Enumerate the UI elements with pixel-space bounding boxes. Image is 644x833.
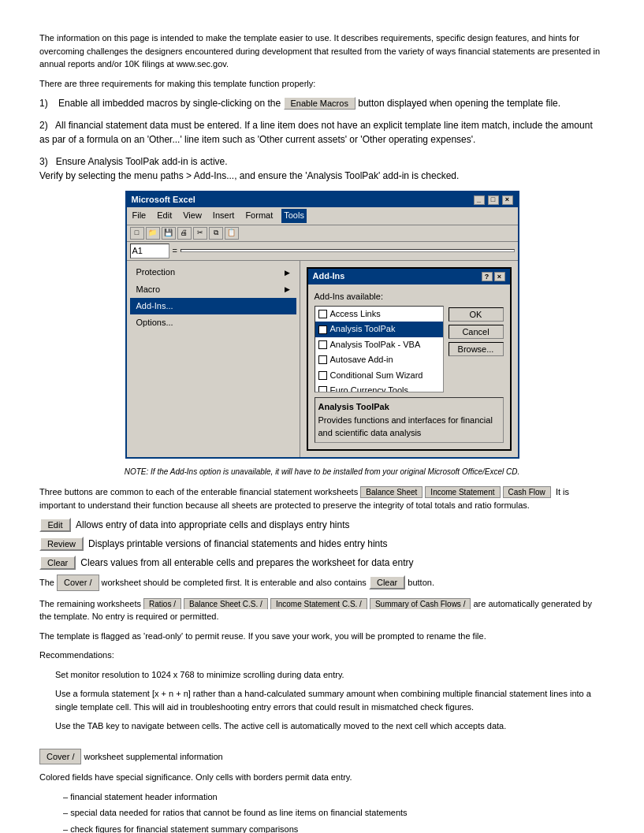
review-button[interactable]: Review — [39, 537, 84, 551]
tab-cash-flow[interactable]: Cash Flow — [503, 486, 551, 498]
toolbar-cut-icon: ✂ — [193, 227, 207, 240]
remaining-before: The remaining worksheets — [39, 599, 141, 608]
bullet-2: – special data needed for ratios that ca… — [63, 806, 605, 820]
addins-info-title: Analysis ToolPak — [318, 401, 500, 413]
addin-access-links-label: Access Links — [330, 308, 381, 320]
addins-close-icon: × — [494, 272, 505, 281]
options-label: Options... — [136, 317, 173, 329]
excel-window-controls: _ □ × — [474, 195, 513, 205]
addins-label: Add-Ins... — [136, 300, 173, 312]
addin-euro-currency[interactable]: Euro Currency Tools — [315, 383, 443, 392]
menu-file[interactable]: File — [130, 209, 149, 222]
addin-euro-checkbox[interactable] — [318, 386, 327, 392]
ws-tab-ratios[interactable]: Ratios / — [143, 598, 181, 609]
cover-tab[interactable]: Cover / — [57, 575, 99, 591]
toolbar-new-icon: □ — [130, 227, 144, 240]
addin-conditional-sum-checkbox[interactable] — [318, 371, 327, 380]
ws-tab-income-statement-cs[interactable]: Income Statement C.S. / — [270, 598, 367, 609]
addin-analysis-toolpak[interactable]: Analysis ToolPak — [315, 322, 443, 337]
addin-conditional-sum-label: Conditional Sum Wizard — [330, 370, 423, 381]
protection-label: Protection — [136, 266, 176, 278]
addins-dialog: Add-Ins ? × Add-Ins available: Access Li… — [307, 267, 512, 451]
readonly-note: The template is flagged as 'read-only' t… — [39, 630, 605, 643]
excel-body: Protection ▶ Macro ▶ Add-Ins... Options.… — [127, 261, 518, 457]
menu-addins[interactable]: Add-Ins... — [130, 298, 296, 314]
tab-income-statement[interactable]: Income Statement — [425, 486, 500, 498]
addin-autosave-checkbox[interactable] — [318, 355, 327, 364]
cover-after: worksheet should be completed first. It … — [102, 578, 367, 587]
cover-end: button. — [408, 578, 434, 587]
addins-ok-button[interactable]: OK — [449, 307, 504, 322]
req1-text-after: button displayed when opening the templa… — [358, 98, 560, 109]
addins-titlebar: Add-Ins ? × — [308, 269, 510, 284]
name-box[interactable]: A1 — [130, 244, 169, 258]
menu-options[interactable]: Options... — [130, 314, 296, 331]
menu-view[interactable]: View — [181, 209, 204, 222]
colored-fields-text: Colored fields have special significance… — [39, 771, 605, 784]
recommendation-3: Use the TAB key to navigate between cell… — [55, 720, 605, 733]
cover-clear-button[interactable]: Clear — [369, 575, 405, 589]
req3-text-after: Verify by selecting the menu paths > Add… — [39, 170, 459, 181]
clear-description: Clears values from all enterable cells a… — [80, 556, 413, 570]
addins-help-icon: ? — [482, 272, 493, 281]
addin-analysis-toolpak-vba-checkbox[interactable] — [318, 340, 327, 349]
clear-button[interactable]: Clear — [39, 556, 76, 570]
req1-text-before: Enable all imbedded macros by single-cli… — [58, 98, 281, 109]
cover-supplement-heading: worksheet supplemental information — [84, 752, 223, 761]
requirement-1: 1) Enable all imbedded macros by single-… — [39, 96, 605, 110]
requirement-3: 3) Ensure Analysis ToolPak add-in is act… — [39, 154, 605, 183]
recommendation-1: Set monitor resolution to 1024 x 768 to … — [55, 668, 605, 682]
requirement-2: 2) All financial statement data must be … — [39, 118, 605, 147]
excel-screenshot: Microsoft Excel _ □ × File Edit View Ins… — [125, 191, 519, 459]
ws-tab-summary-cash-flows[interactable]: Summary of Cash Flows / — [370, 598, 471, 609]
req3-text-before: Ensure Analysis ToolPak add-in is active… — [56, 156, 228, 167]
menu-macro[interactable]: Macro ▶ — [130, 281, 296, 298]
excel-title: Microsoft Excel — [132, 194, 195, 206]
cover-supplement-section: Cover / worksheet supplemental informati… — [39, 749, 605, 833]
addin-analysis-toolpak-checkbox[interactable] — [318, 325, 327, 334]
note-text: NOTE: If the Add-Ins option is unavailab… — [39, 467, 605, 478]
cover-supplement-tab[interactable]: Cover / — [39, 749, 81, 765]
requirements-heading: There are three requirements for making … — [39, 77, 605, 91]
excel-toolbar: □ 📁 💾 🖨 ✂ ⧉ 📋 — [127, 225, 518, 242]
formula-bar: A1 = — [127, 242, 518, 261]
toolbar-paste-icon: 📋 — [225, 227, 239, 240]
cover-worksheet-para: The Cover / worksheet should be complete… — [39, 575, 605, 591]
addin-analysis-toolpak-label: Analysis ToolPak — [330, 323, 396, 335]
three-buttons-before: Three buttons are common to each of the … — [39, 487, 358, 496]
protection-arrow-icon: ▶ — [285, 268, 290, 278]
tab-balance-sheet[interactable]: Balance Sheet — [360, 486, 423, 498]
excel-menubar: File Edit View Insert Format Tools — [127, 207, 518, 225]
addin-access-links-checkbox[interactable] — [318, 310, 327, 318]
addin-analysis-toolpak-vba[interactable]: Analysis ToolPak - VBA — [315, 337, 443, 352]
menu-insert[interactable]: Insert — [210, 209, 237, 222]
ws-tab-balance-sheet-cs[interactable]: Balance Sheet C.S. / — [184, 598, 268, 609]
addins-body: Add-Ins available: Access Links Analysis… — [308, 284, 510, 450]
addin-autosave[interactable]: Autosave Add-in — [315, 352, 443, 367]
clear-button-row: Clear Clears values from all enterable c… — [39, 556, 605, 570]
excel-titlebar: Microsoft Excel _ □ × — [127, 192, 518, 207]
edit-button[interactable]: Edit — [39, 518, 71, 532]
recommendation-2: Use a formula statement [x + n + n] rath… — [55, 687, 605, 713]
edit-description: Allows entry of data into appropriate ce… — [76, 519, 350, 532]
bullet-3: – check figures for financial statement … — [63, 823, 605, 833]
req3-num: 3) — [39, 156, 53, 167]
cover-supplement-heading-row: Cover / worksheet supplemental informati… — [39, 749, 605, 765]
minimize-icon: _ — [474, 195, 485, 205]
three-buttons-intro: Three buttons are common to each of the … — [39, 485, 605, 511]
addins-cancel-button[interactable]: Cancel — [449, 325, 504, 339]
addin-access-links[interactable]: Access Links — [315, 307, 443, 322]
menu-tools[interactable]: Tools — [281, 209, 307, 222]
addin-euro-label: Euro Currency Tools — [330, 385, 408, 392]
addins-browse-button[interactable]: Browse... — [449, 342, 504, 356]
menu-protection[interactable]: Protection ▶ — [130, 264, 296, 281]
excel-menu-dropdown: Protection ▶ Macro ▶ Add-Ins... Options.… — [127, 261, 300, 457]
addin-conditional-sum[interactable]: Conditional Sum Wizard — [315, 368, 443, 383]
req2-num: 2) — [39, 120, 53, 131]
toolbar-open-icon: 📁 — [146, 227, 160, 240]
menu-edit[interactable]: Edit — [154, 209, 174, 222]
addins-dialog-title: Add-Ins — [313, 270, 345, 282]
enable-macros-button[interactable]: Enable Macros — [284, 97, 356, 110]
menu-format[interactable]: Format — [243, 209, 275, 222]
formula-input[interactable] — [181, 249, 515, 252]
